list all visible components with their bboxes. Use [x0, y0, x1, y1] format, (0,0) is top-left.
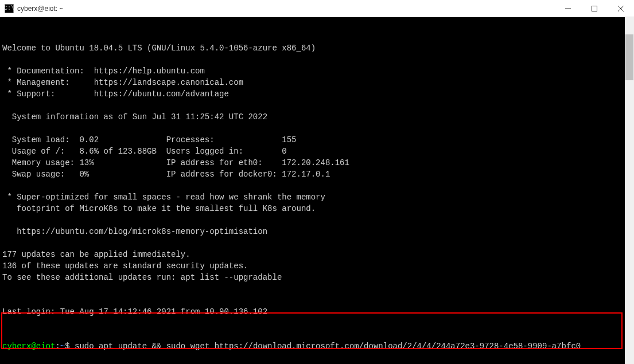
close-button[interactable]	[608, 0, 634, 17]
command-prompt-line: cyberx@eiot:~$ sudo apt update && sudo w…	[2, 340, 625, 352]
motd-line: * Super-optimized for small spaces - rea…	[2, 191, 625, 203]
motd-line: * Management: https://landscape.canonica…	[2, 77, 625, 88]
prompt-separator: :	[55, 342, 60, 351]
motd-line: Swap usage: 0% IP address for docker0: 1…	[2, 169, 625, 180]
motd-line	[2, 295, 625, 306]
terminal-icon: C:\	[5, 4, 14, 13]
prompt-path: ~	[60, 342, 65, 351]
motd-line: Memory usage: 13% IP address for eth0: 1…	[2, 157, 625, 169]
motd-line	[2, 180, 625, 191]
window-controls	[555, 0, 634, 17]
motd-line: System load: 0.02 Processes: 155	[2, 134, 625, 146]
command-text-0: sudo apt update && sudo wget https://dow…	[70, 342, 581, 351]
motd-line: footprint of MicroK8s to make it the sma…	[2, 203, 625, 214]
window-titlebar: C:\ cyberx@eiot: ~	[0, 0, 634, 17]
motd-line	[2, 237, 625, 249]
window-title: cyberx@eiot: ~	[17, 5, 64, 13]
prompt-user-host: cyberx@eiot	[2, 342, 55, 351]
motd-line: 177 updates can be applied immediately.	[2, 249, 625, 260]
motd-line: System information as of Sun Jul 31 11:2…	[2, 111, 625, 123]
minimize-button[interactable]	[555, 0, 581, 17]
motd-line	[2, 123, 625, 134]
motd-line	[2, 214, 625, 226]
motd-line	[2, 54, 625, 65]
motd-line: Welcome to Ubuntu 18.04.5 LTS (GNU/Linux…	[2, 42, 625, 54]
motd-line: Usage of /: 8.6% of 123.88GB Users logge…	[2, 146, 625, 157]
prompt-sigil: $	[65, 342, 69, 351]
motd-line	[2, 100, 625, 111]
motd-line: https://ubuntu.com/blog/microk8s-memory-…	[2, 226, 625, 237]
scrollbar-track[interactable]	[625, 17, 634, 364]
terminal-output[interactable]: Welcome to Ubuntu 18.04.5 LTS (GNU/Linux…	[0, 17, 625, 364]
motd-line: Last login: Tue Aug 17 14:12:46 2021 fro…	[2, 306, 625, 318]
motd-line: * Documentation: https://help.ubuntu.com	[2, 65, 625, 77]
motd-line: To see these additional updates run: apt…	[2, 272, 625, 283]
motd-line: * Support: https://ubuntu.com/advantage	[2, 88, 625, 100]
motd-line: 136 of these updates are standard securi…	[2, 260, 625, 272]
maximize-button[interactable]	[581, 0, 608, 17]
svg-rect-1	[592, 6, 597, 11]
motd-line	[2, 283, 625, 295]
scrollbar-thumb[interactable]	[625, 34, 633, 80]
